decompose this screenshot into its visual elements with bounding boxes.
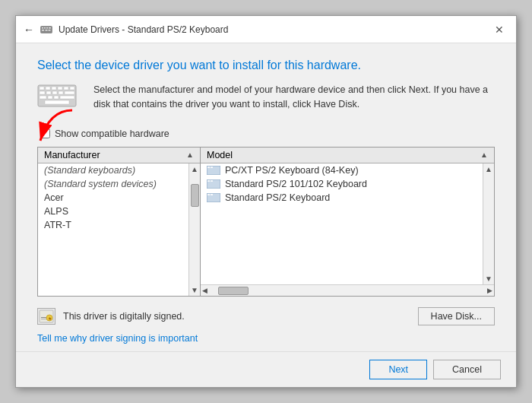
- svg-rect-22: [54, 96, 59, 99]
- svg-rect-20: [40, 96, 46, 99]
- svg-rect-19: [65, 91, 74, 94]
- svg-rect-16: [46, 91, 51, 94]
- svg-rect-1: [42, 27, 43, 29]
- page-heading: Select the device driver you want to ins…: [37, 59, 495, 72]
- dialog-content: Select the device driver you want to ins…: [16, 43, 516, 351]
- list-item[interactable]: (Standard system devices): [38, 177, 188, 191]
- h-scroll-thumb[interactable]: [218, 287, 249, 295]
- svg-rect-23: [60, 96, 74, 99]
- scroll-thumb[interactable]: [191, 184, 199, 207]
- dialog-window: ← Update Drivers - Standard PS/2 Keyboar…: [15, 15, 517, 388]
- list-item[interactable]: ATR-T: [38, 218, 188, 232]
- list-item[interactable]: Standard PS/2 Keyboard: [201, 191, 483, 205]
- title-bar-left: ← Update Drivers - Standard PS/2 Keyboar…: [24, 24, 490, 36]
- cancel-button[interactable]: Cancel: [433, 360, 501, 379]
- red-arrow-icon: [34, 109, 80, 147]
- model-icon: [207, 193, 220, 202]
- svg-rect-17: [52, 91, 57, 94]
- model-icon: [207, 166, 220, 175]
- model-list: PC/XT PS/2 Keyboard (84-Key) Standard PS…: [201, 163, 483, 249]
- svg-rect-27: [207, 167, 210, 168]
- svg-rect-31: [211, 180, 213, 182]
- svg-rect-28: [211, 167, 213, 168]
- model-scroll-up-arrow[interactable]: ▲: [485, 163, 492, 173]
- model-scroll-up[interactable]: ▲: [480, 151, 488, 159]
- svg-rect-11: [52, 87, 56, 90]
- svg-rect-2: [44, 27, 46, 29]
- model-scroll-down-arrow[interactable]: ▼: [485, 274, 492, 284]
- svg-rect-30: [207, 180, 210, 182]
- certificate-icon: ★: [39, 309, 54, 323]
- svg-rect-14: [70, 87, 74, 90]
- svg-rect-3: [46, 27, 48, 29]
- have-disk-button[interactable]: Have Disk...: [418, 307, 495, 325]
- list-item[interactable]: Standard PS/2 101/102 Keyboard: [201, 177, 483, 191]
- list-item[interactable]: (Standard keyboards): [38, 163, 188, 177]
- list-item[interactable]: Acer: [38, 191, 188, 205]
- svg-rect-15: [40, 91, 45, 94]
- model-panel: Model ▲ PC/XT PS/2 Keyboar: [201, 147, 495, 297]
- h-scroll-right[interactable]: ▶: [487, 287, 494, 294]
- svg-text:★: ★: [48, 316, 52, 321]
- manufacturer-header: Manufacturer ▲: [38, 148, 200, 163]
- manufacturer-list: (Standard keyboards) (Standard system de…: [38, 163, 188, 249]
- manufacturer-panel: Manufacturer ▲ (Standard keyboards) (Sta…: [37, 147, 201, 297]
- description-text: Select the manufacturer and model of you…: [93, 83, 495, 112]
- svg-rect-12: [58, 87, 62, 90]
- svg-rect-10: [46, 87, 50, 90]
- dialog-footer: Next Cancel: [16, 351, 516, 387]
- model-header: Model ▲: [201, 148, 494, 163]
- svg-rect-18: [59, 91, 63, 94]
- list-item[interactable]: ALPS: [38, 205, 188, 218]
- title-keyboard-icon: [40, 24, 52, 36]
- manufacturer-scroll-up[interactable]: ▲: [186, 151, 194, 159]
- scroll-up-arrow[interactable]: ▲: [191, 163, 198, 173]
- signed-info: ★ This driver is digitally signed.: [37, 308, 185, 325]
- svg-rect-4: [49, 27, 51, 29]
- signed-text: This driver is digitally signed.: [63, 311, 185, 322]
- signed-icon: ★: [37, 308, 55, 325]
- list-item[interactable]: PC/XT PS/2 Keyboard (84-Key): [201, 163, 483, 177]
- svg-rect-7: [49, 30, 51, 31]
- svg-rect-9: [40, 87, 44, 90]
- model-scrollbar[interactable]: ▲ ▼: [483, 163, 494, 285]
- lists-container: Manufacturer ▲ (Standard keyboards) (Sta…: [37, 147, 495, 297]
- svg-rect-34: [211, 194, 213, 195]
- svg-rect-33: [207, 194, 210, 195]
- model-icon: [207, 179, 220, 189]
- title-text: Update Drivers - Standard PS/2 Keyboard: [59, 24, 228, 35]
- signed-row: ★ This driver is digitally signed. Have …: [37, 304, 495, 328]
- svg-rect-24: [45, 100, 69, 104]
- signing-info-link[interactable]: Tell me why driver signing is important: [37, 333, 495, 344]
- manufacturer-scrollbar[interactable]: ▲ ▼: [188, 163, 200, 297]
- model-hscrollbar[interactable]: ◀ ▶: [201, 284, 494, 296]
- show-compatible-row: Show compatible hardware: [37, 129, 495, 139]
- svg-rect-21: [48, 96, 52, 99]
- svg-rect-5: [42, 30, 44, 31]
- svg-rect-37: [41, 319, 46, 319]
- close-button[interactable]: ✕: [490, 21, 508, 39]
- svg-rect-13: [64, 87, 68, 90]
- keyboard-graphic-icon: [37, 84, 77, 107]
- title-bar: ← Update Drivers - Standard PS/2 Keyboar…: [16, 16, 516, 43]
- h-scroll-left[interactable]: ◀: [201, 287, 207, 294]
- next-button[interactable]: Next: [369, 360, 427, 379]
- svg-rect-6: [46, 30, 48, 31]
- back-button[interactable]: ←: [24, 24, 34, 36]
- scroll-down-arrow[interactable]: ▼: [191, 286, 198, 296]
